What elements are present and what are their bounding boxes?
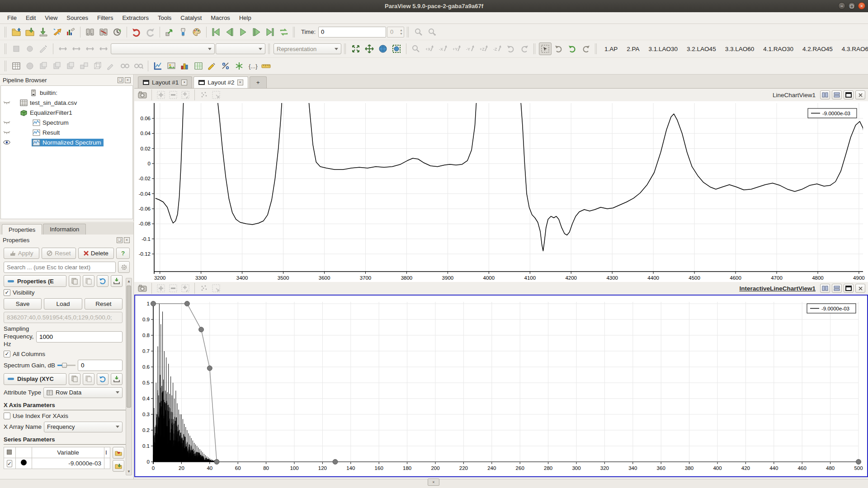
camera-preset-lao60[interactable]: 3.3.LAO60 xyxy=(721,44,759,54)
programmable-annotation-icon[interactable]: {...} xyxy=(246,60,259,72)
equalizer-points-field[interactable] xyxy=(4,312,123,323)
pipeline-item-test-sin-data[interactable]: test_sin_data.csv xyxy=(1,98,132,108)
capture-screenshot-icon[interactable] xyxy=(137,89,148,100)
apply-button[interactable]: Apply xyxy=(4,248,39,259)
set-view-plus-x-icon[interactable]: +X xyxy=(423,42,436,55)
visibility-eye-closed-icon[interactable] xyxy=(1,99,13,106)
reset-display-icon[interactable] xyxy=(97,373,108,385)
search-input[interactable] xyxy=(4,262,116,273)
equalizer-load-button[interactable]: Load xyxy=(44,298,82,310)
add-source-icon[interactable] xyxy=(163,26,176,38)
rotate-90-cw-icon[interactable] xyxy=(518,42,531,55)
tab-layout-2[interactable]: Layout #2× xyxy=(193,76,248,88)
connect-server-icon[interactable] xyxy=(84,26,96,38)
menu-extractors[interactable]: Extractors xyxy=(118,13,153,23)
close-button[interactable]: × xyxy=(858,2,865,9)
copy-display-icon[interactable] xyxy=(69,373,80,385)
split-vertical-icon[interactable] xyxy=(832,284,842,293)
select-points-icon[interactable] xyxy=(198,283,209,294)
equalizer-reset-button[interactable]: Reset xyxy=(85,298,123,310)
float-panel-icon[interactable]: ❏ xyxy=(118,77,123,83)
menu-edit[interactable]: Edit xyxy=(21,13,40,23)
menu-help[interactable]: Help xyxy=(235,13,256,23)
split-horizontal-icon[interactable] xyxy=(820,284,830,293)
representation-combo[interactable]: Representation xyxy=(274,43,341,54)
pipeline-item-result[interactable]: Result xyxy=(1,127,132,137)
camera-preset-rao60[interactable]: 4.3.RAO60 xyxy=(838,44,868,54)
ruler-icon[interactable] xyxy=(260,60,273,72)
zoom-time-icon[interactable] xyxy=(412,26,425,38)
time-input[interactable] xyxy=(318,27,386,38)
last-frame-icon[interactable] xyxy=(264,26,277,38)
menu-tools[interactable]: Tools xyxy=(153,13,176,23)
close-panel-icon[interactable]: × xyxy=(124,237,130,243)
edit-selection-icon[interactable] xyxy=(105,60,118,72)
plot-matrix-view-icon[interactable] xyxy=(192,60,205,72)
properties-scrollbar[interactable]: ▲ ▼ xyxy=(126,278,132,475)
tab-information[interactable]: Information xyxy=(43,224,86,235)
add-chart-icon[interactable] xyxy=(156,283,166,294)
find-data-icon[interactable] xyxy=(118,60,131,72)
spreadsheet-view-icon[interactable] xyxy=(10,60,23,72)
scroll-down-arrow[interactable]: ▼ xyxy=(126,469,132,475)
extract-cells-icon[interactable] xyxy=(37,60,50,72)
visibility-eye-closed-icon[interactable] xyxy=(1,129,13,136)
open-recent-icon[interactable] xyxy=(24,26,36,38)
edit-chart-icon[interactable] xyxy=(206,60,218,72)
search-options-gear-icon[interactable] xyxy=(118,261,130,273)
zoom-box-icon[interactable] xyxy=(390,42,403,55)
paste-properties-icon[interactable] xyxy=(83,275,94,287)
maximize-view-icon[interactable] xyxy=(844,284,854,293)
reset-session-icon[interactable] xyxy=(111,26,123,38)
wireframe-cube-icon[interactable] xyxy=(91,60,104,72)
select-rectangle-icon[interactable] xyxy=(211,89,222,100)
palette-icon[interactable] xyxy=(190,26,203,38)
add-chart-selection-icon[interactable] xyxy=(180,89,191,100)
attribute-type-combo[interactable]: Row Data xyxy=(43,387,123,398)
series-table-row[interactable]: ✓ -9.0000e-03 xyxy=(4,458,110,469)
color-by-combo[interactable] xyxy=(111,43,215,54)
quartile-chart-icon[interactable] xyxy=(219,60,232,72)
select-points-icon[interactable] xyxy=(198,89,209,100)
extract-points-icon[interactable] xyxy=(51,60,63,72)
series-visible-checkbox[interactable]: ✓ xyxy=(7,460,12,467)
interactive-line-chart-view[interactable]: 0204060801001201401601802002202402602803… xyxy=(134,295,868,477)
visibility-eye-closed-icon[interactable] xyxy=(1,119,13,126)
image-extract-icon[interactable] xyxy=(165,60,178,72)
camera-redo-icon[interactable] xyxy=(580,42,592,55)
close-panel-icon[interactable]: × xyxy=(125,77,131,83)
save-data-icon[interactable] xyxy=(37,26,50,38)
reset-button[interactable]: Reset xyxy=(42,248,75,259)
rescale-custom-icon[interactable] xyxy=(84,42,96,55)
interaction-mode-toggle[interactable] xyxy=(539,42,552,55)
camera-settings-icon[interactable] xyxy=(552,42,565,55)
rescale-data-range-icon[interactable] xyxy=(70,42,83,55)
component-combo[interactable] xyxy=(216,43,265,54)
set-view-minus-z-icon[interactable]: -Z xyxy=(491,42,504,55)
redo-icon[interactable] xyxy=(144,26,156,38)
load-palette-icon[interactable] xyxy=(64,26,77,38)
close-layout-icon[interactable]: × xyxy=(181,80,187,85)
zoom-to-data-icon[interactable] xyxy=(363,42,376,55)
scroll-up-arrow[interactable]: ▲ xyxy=(126,278,132,285)
color-map-icon[interactable] xyxy=(177,26,189,38)
split-vertical-icon[interactable] xyxy=(832,90,842,99)
time-index-spinner[interactable]: 0▲▼ xyxy=(387,27,404,38)
reset-camera-closest-icon[interactable] xyxy=(566,42,579,55)
all-columns-checkbox[interactable]: ✓ xyxy=(4,351,10,357)
rotate-90-ccw-icon[interactable] xyxy=(505,42,517,55)
set-view-plus-y-icon[interactable]: +Y xyxy=(450,42,463,55)
split-horizontal-icon[interactable] xyxy=(820,90,830,99)
capture-screenshot-icon[interactable] xyxy=(137,283,148,294)
pipeline-item-normalized-spectrum[interactable]: Normalized Spectrum xyxy=(1,137,132,147)
camera-preset-rao45[interactable]: 4.2.RAO45 xyxy=(798,44,837,54)
camera-preset-lao45[interactable]: 3.2.LAO45 xyxy=(683,44,720,54)
select-rectangle-icon[interactable] xyxy=(211,283,222,294)
delete-button[interactable]: Delete xyxy=(78,248,114,259)
menu-macros[interactable]: Macros xyxy=(206,13,235,23)
close-view-icon[interactable] xyxy=(855,284,865,293)
set-view-minus-x-icon[interactable]: -X xyxy=(437,42,449,55)
spectrum-gain-input[interactable] xyxy=(78,360,123,371)
extract-blocks-icon[interactable] xyxy=(78,60,90,72)
x-array-name-combo[interactable]: Frequency xyxy=(44,422,123,432)
